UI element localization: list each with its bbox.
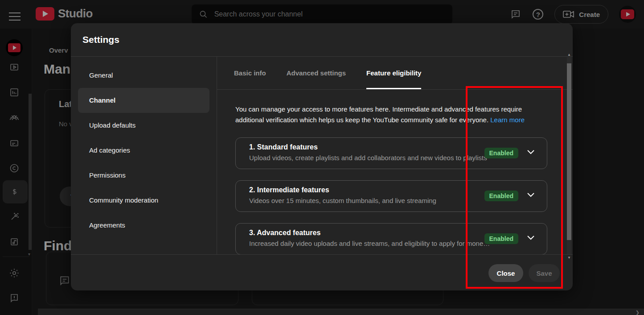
close-button[interactable]: Close <box>488 264 523 282</box>
feature-description-text: You can manage your access to more featu… <box>235 105 522 124</box>
status-badge: Enabled <box>484 233 518 244</box>
feature-eligibility-panel: You can manage your access to more featu… <box>217 90 560 254</box>
nav-item-agreements[interactable]: Agreements <box>71 213 217 238</box>
settings-nav: General Channel Upload defaults Ad categ… <box>71 57 217 254</box>
scroll-up-icon[interactable]: ▲ <box>567 53 571 57</box>
dialog-scrollbar[interactable]: ▲ ▼ <box>567 57 571 254</box>
tab-basic-info[interactable]: Basic info <box>234 57 266 89</box>
nav-item-general[interactable]: General <box>71 63 217 88</box>
intermediate-features-desc: Videos over 15 minutes, custom thumbnail… <box>249 197 499 204</box>
status-badge: Enabled <box>484 148 518 158</box>
feature-description: You can manage your access to more featu… <box>235 104 532 125</box>
chevron-down-icon[interactable] <box>527 236 534 240</box>
tab-feature-eligibility[interactable]: Feature eligibility <box>366 57 421 89</box>
nav-item-upload-defaults[interactable]: Upload defaults <box>71 113 217 138</box>
scroll-down-icon[interactable]: ▼ <box>567 256 571 260</box>
settings-content: Basic info Advanced settings Feature eli… <box>217 57 573 254</box>
advanced-features-desc: Increased daily video uploads and live s… <box>249 240 499 247</box>
standard-features-desc: Upload videos, create playlists and add … <box>249 154 499 162</box>
channel-tabs: Basic info Advanced settings Feature eli… <box>217 57 573 90</box>
dialog-header: Settings <box>71 23 573 57</box>
dialog-footer: Close Save <box>71 254 573 290</box>
chevron-down-icon[interactable] <box>527 193 534 197</box>
chevron-down-icon[interactable] <box>527 150 534 154</box>
nav-item-ad-categories[interactable]: Ad categories <box>71 138 217 163</box>
nav-item-channel[interactable]: Channel <box>78 88 209 113</box>
intermediate-features-card[interactable]: 2. Intermediate features Videos over 15 … <box>235 180 547 212</box>
save-button[interactable]: Save <box>529 264 560 282</box>
nav-item-permissions[interactable]: Permissions <box>71 163 217 188</box>
standard-features-card[interactable]: 1. Standard features Upload videos, crea… <box>235 137 547 169</box>
youtube-studio-app: Studio ? Create <box>0 0 644 315</box>
tab-advanced-settings[interactable]: Advanced settings <box>287 57 346 89</box>
scrollbar-thumb[interactable] <box>567 63 571 240</box>
nav-item-community-moderation[interactable]: Community moderation <box>71 188 217 213</box>
advanced-features-card[interactable]: 3. Advanced features Increased daily vid… <box>235 223 547 254</box>
status-badge: Enabled <box>484 191 518 201</box>
learn-more-link[interactable]: Learn more <box>490 116 525 124</box>
settings-dialog: Settings General Channel Upload defaults… <box>71 23 573 290</box>
dialog-title: Settings <box>82 34 119 45</box>
